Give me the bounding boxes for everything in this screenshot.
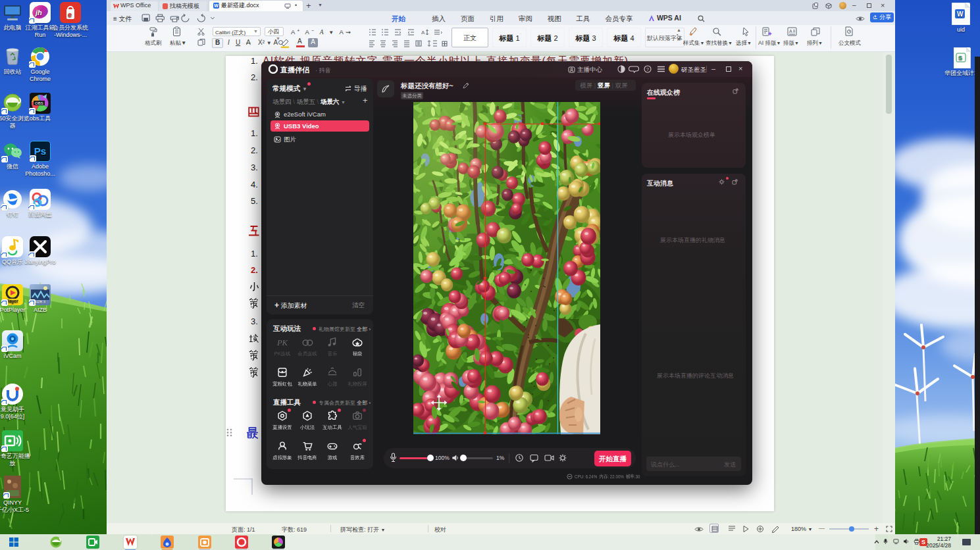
svg-text:AIZB 3: AIZB 3 (34, 300, 45, 304)
svg-text:W: W (957, 11, 964, 18)
svg-text:?: ? (646, 67, 649, 72)
svg-text:jh: jh (34, 9, 42, 16)
svg-text:PK: PK (276, 338, 288, 347)
svg-text:A: A (421, 30, 425, 36)
svg-text:OBS: OBS (35, 101, 43, 105)
svg-text:e: e (68, 11, 72, 18)
svg-text:S: S (958, 55, 962, 61)
svg-text:A: A (789, 29, 792, 34)
